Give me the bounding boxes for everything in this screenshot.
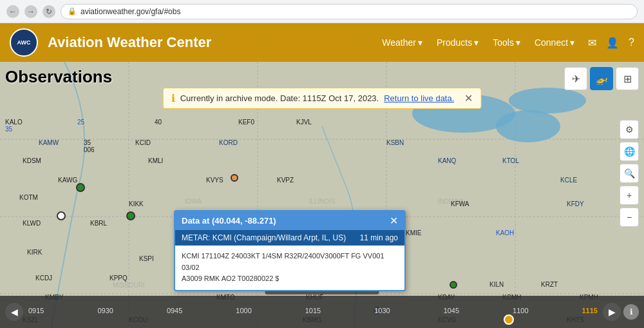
station-kjvl: KJVL [296,119,312,126]
heli-view-button[interactable]: 🚁 [590,67,613,90]
station-kbrl: KBRL [90,220,107,227]
popup-station-row: METAR: KCMI (Champaign/Willard Arpt, IL,… [175,230,404,246]
metar-line1: KCMI 171104Z 24003KT 1/4SM R32R/2400V300… [182,251,398,273]
timeline-labels: 0915 0930 0945 1000 1015 1030 1045 1100 … [26,307,600,314]
nav-products[interactable]: Products ▾ [433,35,482,50]
station-kikk: KIKK [129,200,144,207]
station-kiln: KILN [489,281,504,288]
nav-tools[interactable]: Tools ▾ [489,35,524,50]
station-kfdy: KFDY [567,200,584,207]
header-icons: ✉ 👤 ? [588,37,634,49]
timeline-thumb[interactable] [504,314,514,325]
observations-title: Observations [5,67,112,87]
info-icon: ℹ [171,92,175,104]
archive-close-button[interactable]: ✕ [464,92,473,104]
station-kppq: KPPQ [109,275,128,282]
user-icon[interactable]: 👤 [606,37,619,49]
data-popup: Data at (40.044, -88.271) ✕ METAR: KCMI … [174,210,406,291]
plane-view-button[interactable]: ✈ [564,67,587,90]
station-krzт: KRZT [541,281,558,288]
timeline-label-1045: 1045 [444,307,459,314]
station-kdsm: KDSM [23,157,41,164]
station-kmli: KMLI [148,157,163,164]
popup-close-button[interactable]: ✕ [390,215,398,227]
browser-chrome: ← → ↻ 🔒 aviationweather.gov/gfa/#obs [0,0,644,23]
nav-weather[interactable]: Weather ▾ [378,35,426,50]
url-text: aviationweather.gov/gfa/#obs [80,7,180,16]
station-kspi: KSPI [139,255,154,262]
map-container[interactable]: ILLINOIS IOWA INDIANA MISSOURI Observati… [0,62,644,328]
station-kvys: KVYS [206,177,223,184]
station-kord: KORD [219,139,238,146]
station-kaoh: KAOH [496,229,514,236]
station-kawg: KAWG [58,177,77,184]
archive-banner: ℹ Currently in archive mode. Date: 1115Z… [163,88,482,109]
timeline-info-button[interactable]: ℹ [623,304,639,320]
nav-connect[interactable]: Connect ▾ [531,35,578,50]
station-dot-3 [57,211,66,220]
station-kirk: KIRK [27,249,42,256]
timeline-prev-button[interactable]: ◀ [5,303,23,321]
svg-point-9 [496,110,560,142]
timeline-label-0945: 0945 [167,307,182,314]
refresh-button[interactable]: ↻ [43,5,55,18]
station-dot-2 [126,211,135,220]
layers-button[interactable]: ⊞ [616,67,639,90]
timeline-next-button[interactable]: ▶ [603,303,621,321]
timeline-label-1000: 1000 [236,307,251,314]
station-kef0: KEF0 [238,119,254,126]
station-dot-orange [231,174,238,182]
station-label-3: 35 006 [84,139,95,153]
lock-icon: 🔒 [68,7,77,15]
return-live-link[interactable]: Return to live data. [384,93,454,103]
station-ktol: KTOL [502,157,519,164]
forward-button[interactable]: → [24,5,37,18]
zoom-out-button[interactable]: − [620,207,639,227]
station-kcdj: KCDJ [35,275,52,282]
map-controls-top-right: ✈ 🚁 ⊞ [564,67,639,90]
globe-button[interactable]: 🌐 [620,142,639,161]
popup-header: Data at (40.044, -88.271) ✕ [175,211,404,230]
logo: AWC [10,28,38,57]
zoom-in-button[interactable]: + [620,186,639,205]
timeline-label-1100: 1100 [513,307,528,314]
station-kfwa: KFWA [451,200,469,207]
svg-text:ILLINOIS: ILLINOIS [308,198,335,205]
app-header: AWC Aviation Weather Center Weather ▾ Pr… [0,23,644,62]
timeline-bar: ◀ 0915 0930 0945 1000 1015 1030 1045 110… [0,296,644,328]
address-bar[interactable]: 🔒 aviationweather.gov/gfa/#obs [61,4,638,19]
timeline-label-0930: 0930 [97,307,113,314]
timeline-track-container: 0915 0930 0945 1000 1015 1030 1045 1100 … [26,307,600,317]
archive-text: Currently in archive mode. Date: 1115Z O… [180,93,379,103]
timeline-label-1030: 1030 [374,307,390,314]
back-button[interactable]: ← [6,5,19,18]
station-kvpz: KVPZ [277,177,294,184]
station-kmie: KMIE [406,229,421,236]
email-icon[interactable]: ✉ [588,37,596,49]
help-icon[interactable]: ? [629,37,634,48]
station-dot-green1 [450,281,457,289]
station-label-1: 25 [77,119,84,126]
connect-dropdown-icon: ▾ [570,37,574,48]
search-map-button[interactable]: 🔍 [620,164,639,183]
station-kanq: KANQ [438,157,456,164]
svg-text:IOWA: IOWA [185,198,202,205]
weather-dropdown-icon: ▾ [418,37,422,48]
station-kotm: KOTM [19,194,38,201]
station-kamw: KAMW [39,139,59,146]
popup-station-label: METAR: KCMI (Champaign/Willard Arpt, IL,… [182,233,346,242]
svg-point-10 [509,88,586,113]
map-controls-right: ⚙ 🌐 🔍 + − [620,120,639,227]
timeline-label-0915: 0915 [28,307,44,314]
station-kcle: KCLE [560,177,577,184]
main-nav: Weather ▾ Products ▾ Tools ▾ Connect ▾ [378,35,578,50]
svg-text:MISSOURI: MISSOURI [113,282,144,289]
tools-dropdown-icon: ▾ [516,37,520,48]
station-klwd: KLWD [23,220,41,227]
station-label-2: 40 [155,119,162,126]
settings-button[interactable]: ⚙ [620,120,639,139]
station-kalo: KALO35 [5,119,23,133]
station-ksbn: KSBN [386,139,404,146]
timeline-label-1115: 1115 [582,307,598,314]
timeline-label-1015: 1015 [305,307,321,314]
